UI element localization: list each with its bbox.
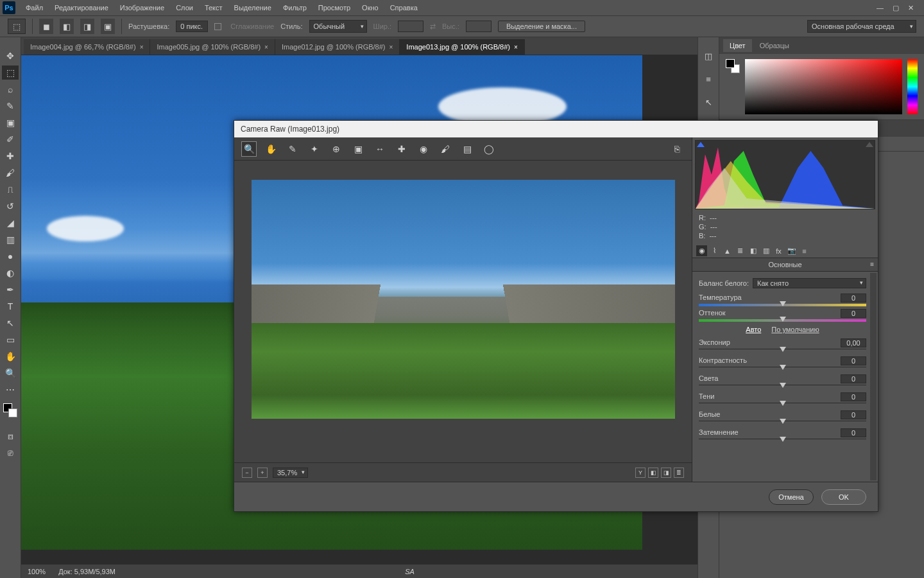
crop-tool[interactable]: ▣ (2, 116, 19, 130)
lasso-tool[interactable]: ⌕ (2, 82, 19, 96)
stamp-tool[interactable]: ⎍ (2, 182, 19, 197)
cr-spot-tool[interactable]: ✚ (395, 142, 409, 156)
selection-subtract-icon[interactable]: ◨ (80, 19, 94, 34)
document-tab-active[interactable]: Image013.jpg @ 100% (RGB/8#)× (400, 39, 524, 55)
slider-track[interactable] (699, 385, 866, 390)
pen-tool[interactable]: ✒ (2, 283, 19, 297)
cr-grad-filter-tool[interactable]: ▤ (460, 142, 474, 156)
panel-icon[interactable]: ↖ (701, 95, 715, 109)
cr-tab-fx-icon[interactable]: fx (773, 245, 784, 256)
screenmode-icon[interactable]: ⎚ (2, 446, 19, 460)
hand-tool[interactable]: ✋ (2, 349, 19, 363)
workspace-select[interactable]: Основная рабочая среда (807, 20, 916, 33)
cr-redeye-tool[interactable]: ◉ (416, 142, 431, 156)
color-field[interactable] (745, 59, 902, 114)
background-swatch[interactable] (8, 408, 17, 417)
slider-value[interactable]: 0 (841, 410, 866, 419)
scrollbar-thumb[interactable] (871, 274, 876, 332)
slider-track[interactable] (699, 421, 866, 426)
menu-view[interactable]: Просмотр (313, 1, 355, 14)
history-brush-tool[interactable]: ↺ (2, 199, 19, 213)
menu-type[interactable]: Текст (200, 1, 228, 14)
tab-close-icon[interactable]: × (140, 44, 144, 51)
minimize-icon[interactable]: — (877, 4, 884, 12)
cr-zoom-tool[interactable]: 🔍 (242, 142, 256, 156)
slider-track[interactable] (699, 403, 866, 408)
cr-preview-image[interactable] (252, 180, 675, 419)
cr-tab-presets-icon[interactable]: ≡ (799, 245, 810, 256)
menu-file[interactable]: Файл (21, 1, 48, 14)
antialias-checkbox[interactable] (214, 23, 221, 30)
slider-value[interactable]: 0 (841, 293, 866, 302)
style-select[interactable]: Обычный (309, 20, 367, 33)
document-tab[interactable]: Image004.jpg @ 66,7% (RGB/8#)× (24, 39, 150, 55)
cr-panel-menu-icon[interactable]: ≡ (870, 261, 874, 268)
selection-add-icon[interactable]: ◧ (60, 19, 74, 34)
menu-filter[interactable]: Фильтр (278, 1, 312, 14)
tab-close-icon[interactable]: × (389, 44, 393, 51)
slider-value[interactable]: 0 (841, 428, 866, 437)
cr-zoom-out-icon[interactable]: − (242, 468, 252, 478)
slider-track[interactable] (699, 304, 866, 306)
cancel-button[interactable]: Отмена (769, 489, 814, 505)
slider-value[interactable]: 0 (841, 374, 866, 383)
slider-track[interactable] (699, 319, 866, 322)
menu-edit[interactable]: Редактирование (49, 1, 114, 14)
maximize-icon[interactable]: ▢ (893, 4, 899, 12)
path-tool[interactable]: ↖ (2, 316, 19, 330)
cr-zoom-in-icon[interactable]: + (257, 468, 268, 478)
cr-wb-tool[interactable]: ✎ (286, 142, 300, 156)
cr-tab-lens-icon[interactable]: ▥ (760, 245, 771, 256)
cr-radial-filter-tool[interactable]: ◯ (482, 142, 496, 156)
document-tab[interactable]: Image012.jpg @ 100% (RGB/8#)× (275, 39, 400, 55)
tool-preset-icon[interactable]: ⬚ (8, 19, 26, 34)
shape-tool[interactable]: ▭ (2, 333, 19, 347)
quick-select-tool[interactable]: ✎ (2, 99, 19, 113)
panel-tab-swatches[interactable]: Образцы (753, 39, 796, 52)
select-and-mask-button[interactable]: Выделение и маска... (498, 21, 585, 32)
cr-tab-camera-icon[interactable]: 📷 (786, 245, 797, 256)
cr-hand-tool[interactable]: ✋ (264, 142, 278, 156)
menu-window[interactable]: Окно (357, 1, 384, 14)
tab-close-icon[interactable]: × (514, 44, 518, 51)
cr-tab-hsl-icon[interactable]: ≣ (735, 245, 746, 256)
marquee-tool[interactable]: ⬚ (2, 66, 19, 80)
cr-crop-tool[interactable]: ▣ (351, 142, 365, 156)
cr-highlights-clip-icon[interactable]: ◨ (661, 468, 671, 478)
wb-select[interactable]: Как снято (753, 278, 866, 288)
tab-close-icon[interactable]: × (264, 44, 268, 51)
panel-icon[interactable]: ◫ (701, 49, 715, 63)
cr-sliders-scroll[interactable]: Баланс белого: Как снято Температура0 От… (692, 272, 878, 482)
more-tools-icon[interactable]: ⋯ (2, 383, 19, 397)
eraser-tool[interactable]: ◢ (2, 216, 19, 230)
hue-strip[interactable] (907, 59, 918, 114)
slider-track[interactable] (699, 439, 866, 444)
shadow-clip-icon[interactable] (697, 142, 705, 147)
panel-tab-color[interactable]: Цвет (723, 39, 752, 52)
cr-shadows-clip-icon[interactable]: ◧ (648, 468, 658, 478)
slider-value[interactable]: 0,00 (841, 338, 866, 347)
zoom-tool[interactable]: 🔍 (2, 366, 19, 380)
default-link[interactable]: По умолчанию (771, 326, 819, 333)
type-tool[interactable]: T (2, 299, 19, 313)
swap-icon[interactable]: ⇄ (430, 22, 436, 31)
cr-filmstrip-toggle-icon[interactable]: ⎘ (670, 142, 684, 156)
gradient-tool[interactable]: ▥ (2, 232, 19, 247)
cr-before-after-icon[interactable]: ≣ (674, 468, 684, 478)
dodge-tool[interactable]: ◐ (2, 266, 19, 280)
cr-zoom-select[interactable]: 35,7% (273, 468, 308, 478)
cr-tab-curve-icon[interactable]: ⌇ (709, 245, 720, 256)
menu-help[interactable]: Справка (385, 1, 423, 14)
panel-icon[interactable]: ≡ (701, 72, 715, 86)
blur-tool[interactable]: ● (2, 249, 19, 263)
selection-intersect-icon[interactable]: ▣ (101, 19, 115, 34)
healing-tool[interactable]: ✚ (2, 149, 19, 163)
menu-image[interactable]: Изображение (115, 1, 169, 14)
move-tool[interactable]: ✥ (2, 49, 19, 63)
cr-histogram[interactable] (695, 140, 875, 209)
brush-tool[interactable]: 🖌 (2, 166, 19, 180)
cr-color-sampler-tool[interactable]: ✦ (307, 142, 321, 156)
color-swatches[interactable] (3, 403, 17, 417)
slider-value[interactable]: 0 (841, 309, 866, 318)
cr-tab-detail-icon[interactable]: ▲ (722, 245, 733, 256)
